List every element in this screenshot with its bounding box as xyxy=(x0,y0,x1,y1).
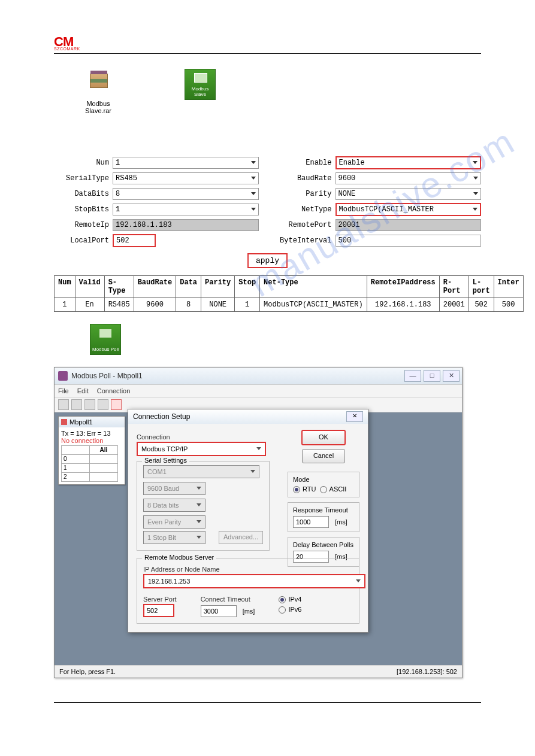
td-stop: 1 xyxy=(235,297,260,311)
advanced-button[interactable]: Advanced... xyxy=(219,531,263,544)
remoteport-label: RemotePort xyxy=(277,221,332,229)
com-select: COM1 xyxy=(143,465,259,478)
th-stype: S-Type xyxy=(104,275,134,297)
th-lport: L-port xyxy=(468,275,494,297)
config-table: Num Valid S-Type BaudRate Data Parity St… xyxy=(54,275,524,312)
remote-legend: Remote Modbus Server xyxy=(142,554,216,561)
baudrate-value: 9600 xyxy=(338,174,356,183)
apply-button[interactable]: apply xyxy=(247,253,288,268)
sport-label: Server Port xyxy=(143,596,177,603)
save-icon[interactable] xyxy=(84,399,95,410)
status-right: [192.168.1.253]: 502 xyxy=(397,668,457,675)
slave-tile-label: Modbus Slave xyxy=(185,69,216,100)
new-icon[interactable] xyxy=(58,399,69,410)
tx-err-line: Tx = 13: Err = 13 xyxy=(61,430,122,437)
th-num: Num xyxy=(55,275,75,297)
th-baud: BaudRate xyxy=(134,275,176,297)
menu-file[interactable]: File xyxy=(58,387,69,394)
serialtype-label: SerialType xyxy=(54,174,109,183)
chevron-down-icon xyxy=(473,177,478,180)
x-icon[interactable] xyxy=(111,399,122,410)
cancel-button[interactable]: Cancel xyxy=(302,449,345,463)
conn-value: Modbus TCP/IP xyxy=(141,445,188,453)
remoteip-field: 192.168.1.183 xyxy=(113,219,259,231)
nettype-value: ModbusTCP(ASCII_MASTER xyxy=(339,205,434,214)
ascii-radio[interactable] xyxy=(320,486,327,493)
ipv4-radio[interactable] xyxy=(279,596,286,603)
ip-value: 192.168.1.253 xyxy=(148,578,190,585)
enable-select[interactable]: Enable xyxy=(335,156,482,169)
serialtype-value: RS485 xyxy=(116,174,137,183)
titlebar[interactable]: Modbus Poll - Mbpoll1 — □ ✕ xyxy=(55,368,462,384)
num-value: 1 xyxy=(116,159,120,167)
app-icon xyxy=(58,371,68,381)
td-nettype: ModbusTCP(ASCII_MASTER) xyxy=(260,297,367,311)
stopbits-select[interactable]: 1 xyxy=(113,204,259,215)
config-form: Num1 SerialTypeRS485 DataBits8 StopBits1… xyxy=(54,156,481,250)
localport-field[interactable]: 502 xyxy=(113,234,156,247)
mbpoll-window: Modbus Poll - Mbpoll1 — □ ✕ File Edit Co… xyxy=(54,367,463,678)
databits-select[interactable]: 8 xyxy=(113,188,259,200)
ipv4-label: IPv4 xyxy=(288,596,301,603)
nettype-label: NetType xyxy=(277,205,332,214)
serial-legend: Serial Settings xyxy=(142,457,189,464)
close-button[interactable]: ✕ xyxy=(443,370,460,382)
ms-label-3: [ms] xyxy=(243,608,255,615)
th-rip: RemoteIPaddress xyxy=(367,275,439,297)
nettype-select[interactable]: ModbusTCP(ASCII_MASTER xyxy=(335,203,482,216)
menubar: File Edit Connection xyxy=(55,384,462,397)
dialog-close-button[interactable]: ✕ xyxy=(346,411,363,422)
resp-input[interactable]: 1000 xyxy=(293,516,329,528)
th-stop: Stop xyxy=(235,275,260,297)
td-parity: NONE xyxy=(201,297,235,311)
cto-input[interactable]: 3000 xyxy=(201,605,237,617)
baud-select: 9600 Baud xyxy=(143,482,205,495)
td-stype: RS485 xyxy=(104,297,134,311)
serialtype-select[interactable]: RS485 xyxy=(113,172,259,184)
td-baud: 9600 xyxy=(134,297,176,311)
rar-file-icon[interactable]: Modbus Slave.rar xyxy=(84,69,113,114)
row-1: 1 xyxy=(62,463,90,472)
th-data: Data xyxy=(176,275,201,297)
td-data: 8 xyxy=(176,297,201,311)
minimize-button[interactable]: — xyxy=(404,370,421,382)
doc-icon xyxy=(61,419,67,425)
server-port-input[interactable]: 502 xyxy=(143,604,174,617)
row-0: 0 xyxy=(62,454,90,463)
byteinterval-field[interactable]: 500 xyxy=(335,235,482,247)
chevron-down-icon xyxy=(473,192,478,195)
menu-connection[interactable]: Connection xyxy=(97,387,131,394)
maximize-button[interactable]: □ xyxy=(424,370,440,382)
modbus-poll-tile[interactable]: Modbus Poll xyxy=(90,324,121,355)
winrar-icon xyxy=(84,69,113,98)
parity-label: Parity xyxy=(277,190,332,198)
ok-button[interactable]: OK xyxy=(301,430,346,445)
rtu-radio[interactable] xyxy=(293,486,300,493)
print-icon[interactable] xyxy=(98,399,108,410)
ipv6-radio[interactable] xyxy=(279,606,286,614)
stop-select: 1 Stop Bit xyxy=(143,531,205,544)
header: CM SZCOMARK xyxy=(54,36,481,54)
td-rip: 192.168.1.183 xyxy=(367,297,439,311)
conn-select[interactable]: Modbus TCP/IP xyxy=(137,442,266,456)
open-icon[interactable] xyxy=(71,399,82,410)
baudrate-select[interactable]: 9600 xyxy=(335,172,482,184)
parity-select: Even Parity xyxy=(143,515,205,529)
parity-select[interactable]: NONE xyxy=(335,188,482,200)
mbpoll-doc-window[interactable]: Mbpoll1 Tx = 13: Err = 13 No connection … xyxy=(58,416,125,485)
parity-value: NONE xyxy=(338,190,356,198)
connection-setup-dialog: Connection Setup ✕ OK Cancel Mode RTU AS xyxy=(128,409,368,633)
stopbits-label: StopBits xyxy=(54,205,109,214)
window-title: Modbus Poll - Mbpoll1 xyxy=(71,372,143,380)
num-select[interactable]: 1 xyxy=(113,157,259,169)
ip-input[interactable]: 192.168.1.253 xyxy=(143,574,365,588)
resp-label: Response Timeout xyxy=(293,506,354,514)
remoteip-value: 192.168.1.183 xyxy=(116,221,172,229)
td-num: 1 xyxy=(55,297,75,311)
desktop-icons-row: Modbus Slave.rar Modbus Slave xyxy=(84,69,481,114)
menu-edit[interactable]: Edit xyxy=(77,387,89,394)
byteinterval-label: ByteInterval xyxy=(277,236,332,245)
th-parity: Parity xyxy=(201,275,235,297)
remoteport-field: 20001 xyxy=(335,219,482,231)
modbus-slave-tile[interactable]: Modbus Slave xyxy=(185,69,216,114)
